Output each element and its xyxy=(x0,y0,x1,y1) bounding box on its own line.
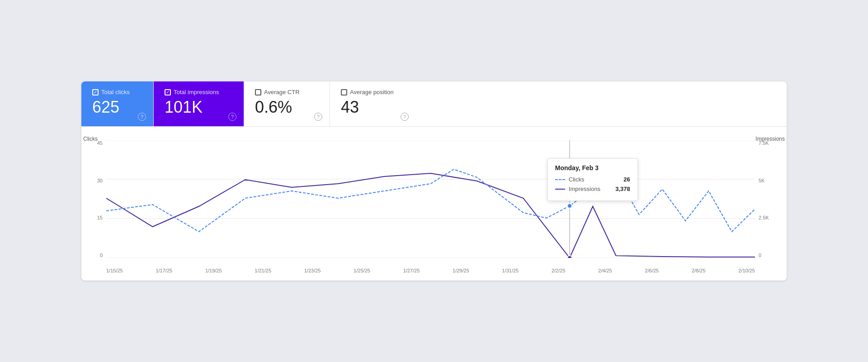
chart-svg xyxy=(106,140,755,258)
x-tick-3: 1/21/25 xyxy=(255,268,271,273)
tooltip-clicks-label: Clicks xyxy=(569,176,585,183)
total-clicks-value: 625 xyxy=(92,99,142,115)
total-clicks-label: Total clicks xyxy=(92,89,142,95)
x-tick-5: 1/25/25 xyxy=(354,268,370,273)
y-tick-right-0: 7.5K xyxy=(759,140,769,146)
x-axis: 1/15/25 1/17/25 1/19/25 1/21/25 1/23/25 … xyxy=(106,268,755,273)
tooltip-impressions-value: 3,378 xyxy=(615,186,630,192)
y-axis-left: 45 30 15 0 xyxy=(81,140,106,258)
total-clicks-card[interactable]: Total clicks 625 ? xyxy=(81,81,154,126)
tooltip-clicks-row: Clicks 26 xyxy=(555,176,630,183)
impressions-line xyxy=(106,173,755,258)
total-impressions-card[interactable]: Total impressions 101K ? xyxy=(154,81,244,126)
x-tick-13: 2/10/25 xyxy=(738,268,755,273)
average-position-label: Average position xyxy=(341,89,405,95)
x-tick-7: 1/29/25 xyxy=(453,268,469,273)
y-tick-left-2: 15 xyxy=(97,215,103,220)
metrics-row: Total clicks 625 ? Total impressions 101… xyxy=(81,81,787,127)
x-tick-12: 2/8/25 xyxy=(692,268,706,273)
total-clicks-help-icon[interactable]: ? xyxy=(138,113,146,121)
x-tick-4: 1/23/25 xyxy=(304,268,321,273)
y-tick-left-3: 0 xyxy=(100,252,103,258)
x-tick-1: 1/17/25 xyxy=(156,268,172,273)
total-impressions-label: Total impressions xyxy=(165,89,233,95)
chart-container: Clicks Impressions 45 30 15 0 7.5K 5K 2.… xyxy=(81,127,787,281)
tooltip-clicks-value: 26 xyxy=(623,176,630,183)
impressions-dot xyxy=(567,256,572,258)
average-ctr-checkbox[interactable] xyxy=(255,89,261,95)
average-ctr-help-icon[interactable]: ? xyxy=(314,113,322,121)
clicks-dot xyxy=(567,204,572,208)
tooltip-clicks-label-group: Clicks xyxy=(555,176,585,183)
total-impressions-checkbox[interactable] xyxy=(165,89,171,95)
average-position-card[interactable]: Average position 43 ? xyxy=(330,81,416,126)
y-tick-left-1: 30 xyxy=(97,178,103,183)
average-ctr-label: Average CTR xyxy=(255,89,319,95)
y-tick-right-3: 0 xyxy=(759,252,761,258)
x-tick-8: 1/31/25 xyxy=(502,268,519,273)
total-impressions-help-icon[interactable]: ? xyxy=(228,113,236,121)
tooltip-impressions-line-icon xyxy=(555,189,565,190)
average-ctr-value: 0.6% xyxy=(255,99,319,115)
average-position-checkbox[interactable] xyxy=(341,89,347,95)
tooltip-impressions-label: Impressions xyxy=(569,186,600,192)
x-tick-9: 2/2/25 xyxy=(552,268,566,273)
chart-svg-area: Monday, Feb 3 Clicks 26 Impressions 3,37… xyxy=(106,140,755,258)
y-tick-left-0: 45 xyxy=(97,140,103,146)
dashboard: Total clicks 625 ? Total impressions 101… xyxy=(81,81,787,281)
y-axis-right: 7.5K 5K 2.5K 0 xyxy=(755,140,787,258)
total-clicks-checkbox[interactable] xyxy=(92,89,99,95)
tooltip-date: Monday, Feb 3 xyxy=(555,164,630,171)
x-tick-2: 1/19/25 xyxy=(205,268,222,273)
average-ctr-card[interactable]: Average CTR 0.6% ? xyxy=(244,81,330,126)
tooltip-impressions-row: Impressions 3,378 xyxy=(555,186,630,192)
average-position-value: 43 xyxy=(341,99,405,115)
x-tick-6: 1/27/25 xyxy=(403,268,420,273)
total-impressions-value: 101K xyxy=(165,99,233,115)
x-tick-11: 2/6/25 xyxy=(645,268,659,273)
y-tick-right-1: 5K xyxy=(759,178,764,183)
y-tick-right-2: 2.5K xyxy=(759,215,769,220)
average-position-help-icon[interactable]: ? xyxy=(401,113,409,121)
chart-tooltip: Monday, Feb 3 Clicks 26 Impressions 3,37… xyxy=(547,158,638,201)
x-tick-10: 2/4/25 xyxy=(598,268,612,273)
tooltip-clicks-line-icon xyxy=(555,179,565,180)
tooltip-impressions-label-group: Impressions xyxy=(555,186,600,192)
clicks-line xyxy=(106,169,755,232)
x-tick-0: 1/15/25 xyxy=(106,268,123,273)
